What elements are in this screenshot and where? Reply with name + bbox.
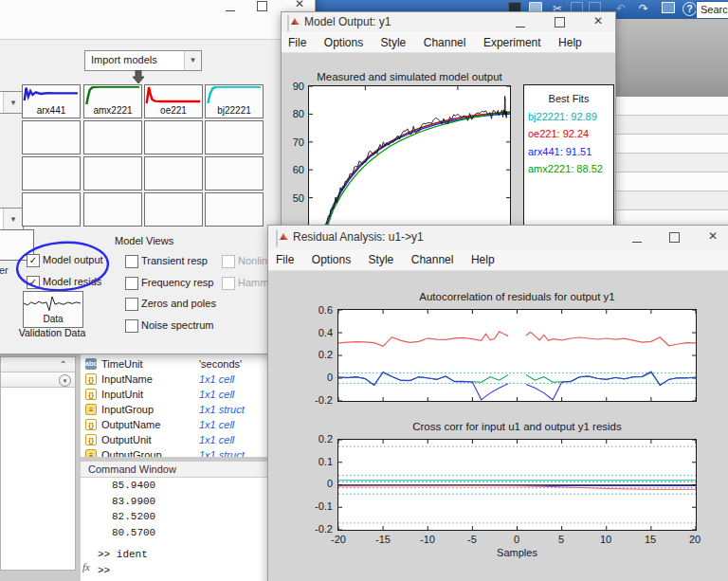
model-label: arx441 xyxy=(23,105,80,116)
command-prompt[interactable]: >> xyxy=(81,563,268,579)
model-board-cell-bj22221[interactable]: bj22221 xyxy=(205,84,264,118)
table-row[interactable]: ≡ InputGroup 1x1 struct xyxy=(81,402,268,417)
property-value: 1x1 cell xyxy=(199,432,234,447)
property-name: InputUnit xyxy=(101,387,143,402)
menu-file[interactable]: File xyxy=(288,32,306,53)
model-board-cell-oe221[interactable]: oe221 xyxy=(144,84,203,118)
checkbox-label: Hamm xyxy=(238,277,268,288)
checkbox-icon[interactable] xyxy=(125,255,138,268)
x-tick-label: -20 xyxy=(324,534,353,545)
import-models-dropdown[interactable]: Import models ▾ xyxy=(84,50,202,71)
window-layout-icon[interactable] xyxy=(662,2,675,13)
table-row[interactable]: {} OutputName 1x1 cell xyxy=(81,417,268,432)
background-list-rows xyxy=(614,97,728,227)
model-board-cell[interactable] xyxy=(83,156,142,191)
property-name: OutputGroup xyxy=(101,447,162,457)
y-tick-label: 0.1 xyxy=(304,456,333,467)
model-output-plot xyxy=(308,85,511,231)
mini-panel-subheader[interactable]: ▾ xyxy=(1,372,75,388)
model-board-cell-arx441[interactable]: arx441 xyxy=(22,84,81,118)
model-board-cell[interactable] xyxy=(22,192,81,227)
menu-options[interactable]: Options xyxy=(324,32,363,53)
y-tick-label: 90 xyxy=(282,81,304,92)
x-tick-label: 20 xyxy=(681,534,709,545)
legend-entry[interactable]: amx2221: 88.52 xyxy=(528,163,603,174)
table-row[interactable]: {} InputName 1x1 cell xyxy=(81,372,268,387)
screen: ✂ ↶ ↷ ? Search ⌃ ▾ abc TimeUnit 'seconds… xyxy=(0,0,728,581)
maximize-button[interactable] xyxy=(555,17,565,27)
legend-entry[interactable]: oe221: 92.24 xyxy=(528,128,589,139)
menu-help[interactable]: Help xyxy=(558,32,582,53)
menu-help[interactable]: Help xyxy=(471,249,495,271)
crosscorr-title: Cross corr for input u1 and output y1 re… xyxy=(338,421,696,432)
model-board-cell-amx2221[interactable]: amx2221 xyxy=(83,84,142,118)
close-button[interactable]: ✕ xyxy=(293,0,306,10)
checkbox-icon[interactable] xyxy=(125,277,138,290)
menu-style[interactable]: Style xyxy=(381,32,407,53)
table-row[interactable]: {} InputUnit 1x1 cell xyxy=(81,387,268,402)
model-output-titlebar[interactable]: Model Output: y1 ✕ xyxy=(282,12,615,32)
model-board-cell[interactable] xyxy=(22,156,81,191)
menu-file[interactable]: File xyxy=(276,249,294,271)
y-tick-label: 70 xyxy=(282,136,304,148)
checkbox-label: Nonlin xyxy=(238,255,267,266)
table-row[interactable]: ≡ OutputGroup 1x1 struct xyxy=(81,447,268,457)
maximize-button[interactable] xyxy=(257,1,267,11)
checkbox-label: Noise spectrum xyxy=(141,319,213,331)
menu-channel[interactable]: Channel xyxy=(411,249,454,271)
collapse-chevron-icon[interactable]: ⌃ xyxy=(60,359,67,370)
menu-style[interactable]: Style xyxy=(369,249,394,271)
minimize-button[interactable] xyxy=(632,236,642,243)
chevron-down-icon: ▾ xyxy=(184,51,201,70)
crosscorr-plot xyxy=(337,439,697,531)
x-tick-label: 10 xyxy=(592,534,620,545)
left-combo-stub[interactable]: ▾ xyxy=(0,208,24,230)
command-window-body[interactable]: 85.9400 83.9900 82.5200 80.5700 >> ident… xyxy=(81,478,268,578)
model-label: oe221 xyxy=(145,105,202,116)
menu-channel[interactable]: Channel xyxy=(424,32,466,53)
model-board-cell[interactable] xyxy=(22,120,81,154)
property-value: 1x1 struct xyxy=(199,447,245,457)
plot-title: Measured and simulated model output xyxy=(309,71,510,82)
table-row[interactable]: abc TimeUnit 'seconds' xyxy=(81,356,268,372)
model-board-cell[interactable] xyxy=(144,156,203,191)
redo-icon[interactable]: ↷ xyxy=(637,2,650,16)
mini-panel-header[interactable]: ⌃ xyxy=(1,357,75,372)
x-tick-label: -5 xyxy=(458,534,486,545)
maximize-button[interactable] xyxy=(669,232,680,243)
model-board-cell[interactable] xyxy=(205,156,264,191)
close-button[interactable]: ✕ xyxy=(706,229,719,243)
checkbox-label: Frequency resp xyxy=(141,277,213,288)
legend-entry[interactable]: bj22221: 92.89 xyxy=(528,111,597,122)
validation-data-icon[interactable]: Data xyxy=(23,291,83,328)
model-board-cell[interactable] xyxy=(144,120,203,154)
left-combo-stub[interactable]: ▾ xyxy=(0,91,24,114)
model-board-cell[interactable] xyxy=(83,120,142,154)
undo-icon[interactable]: ↶ xyxy=(614,2,628,16)
menu-experiment[interactable]: Experiment xyxy=(483,32,541,53)
checkbox-icon[interactable] xyxy=(125,298,138,311)
table-row[interactable]: {} OutputUnit 1x1 cell xyxy=(81,432,268,447)
close-button[interactable]: ✕ xyxy=(592,14,605,27)
residual-titlebar[interactable]: Residual Analysis: u1->y1 ✕ xyxy=(268,226,728,249)
model-board-cell[interactable] xyxy=(83,192,142,227)
minimize-button[interactable] xyxy=(226,5,235,11)
menu-options[interactable]: Options xyxy=(312,249,351,271)
y-tick-label: 0 xyxy=(304,478,333,489)
command-window-title[interactable]: Command Window xyxy=(81,462,268,478)
model-board-cell[interactable] xyxy=(205,120,264,154)
legend-entry[interactable]: arx441: 91.51 xyxy=(528,146,592,157)
checkbox-label: Zeros and poles xyxy=(141,298,216,309)
dropdown-circle-icon[interactable]: ▾ xyxy=(59,374,71,387)
minimize-button[interactable] xyxy=(516,21,525,27)
search-input[interactable]: Search xyxy=(696,1,728,19)
model-board-cell[interactable] xyxy=(205,192,264,227)
validation-data-caption: Validation Data xyxy=(16,327,88,338)
model-board-cell[interactable] xyxy=(144,192,203,227)
sysid-titlebar[interactable]: ✕ xyxy=(0,0,315,40)
y-tick-label: 60 xyxy=(282,164,304,175)
checkbox-icon[interactable] xyxy=(125,319,138,333)
fx-icon[interactable]: fx xyxy=(82,561,90,572)
model-views-title: Model Views xyxy=(115,235,173,246)
help-icon[interactable]: ? xyxy=(682,2,697,16)
